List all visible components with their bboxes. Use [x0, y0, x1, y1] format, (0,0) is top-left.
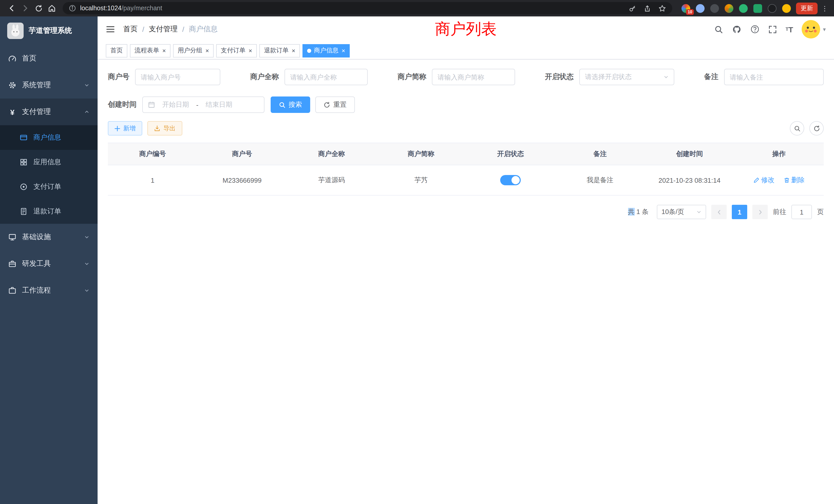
logo-avatar	[7, 23, 24, 39]
extension-avatar-icon[interactable]	[725, 4, 733, 13]
chevron-down-icon	[84, 288, 89, 293]
hamburger-icon[interactable]	[106, 25, 115, 33]
key-icon[interactable]	[629, 4, 636, 12]
sidebar-item-label: 商户信息	[34, 133, 61, 142]
address-bar[interactable]: localhost:1024/pay/merchant	[63, 2, 672, 14]
tab-user-group[interactable]: 用户分组×	[173, 44, 214, 57]
extension-palette-icon[interactable]: 10	[681, 4, 690, 13]
pay-order-icon	[20, 183, 28, 191]
fullscreen-icon[interactable]	[768, 25, 777, 33]
tab-process-form[interactable]: 流程表单×	[130, 44, 171, 57]
info-icon[interactable]	[69, 5, 76, 12]
reset-button[interactable]: 重置	[315, 96, 355, 113]
column-header: 备注	[555, 143, 645, 165]
merchant-no-input[interactable]	[135, 69, 220, 85]
cell-merchant-id: 1	[108, 165, 197, 195]
chevron-down-icon	[84, 234, 89, 240]
extension-green-square-icon[interactable]	[753, 4, 762, 13]
page-number-1[interactable]: 1	[732, 205, 747, 219]
extension-dark-circle-icon[interactable]	[710, 4, 719, 13]
payment-submenu: 商户信息 应用信息 支付订单	[0, 125, 97, 224]
close-icon[interactable]: ×	[162, 47, 166, 54]
add-button[interactable]: 新增	[108, 121, 142, 136]
column-header: 商户全称	[287, 143, 376, 165]
search-icon[interactable]	[714, 25, 723, 33]
select-placeholder: 请选择开启状态	[585, 72, 632, 82]
breadcrumb-item[interactable]: 支付管理	[149, 25, 178, 34]
breadcrumb: 首页 / 支付管理 / 商户信息	[123, 25, 218, 34]
sidebar-item-label: 支付订单	[34, 182, 61, 191]
extension-green-circle-icon[interactable]	[739, 4, 748, 13]
close-icon[interactable]: ×	[292, 47, 295, 54]
close-icon[interactable]: ×	[342, 47, 345, 54]
url-host: localhost:1024	[80, 5, 122, 12]
back-icon[interactable]	[5, 2, 19, 15]
extension-emoji-icon[interactable]	[782, 4, 791, 13]
refresh-table-icon[interactable]	[809, 121, 824, 136]
reload-icon[interactable]	[32, 2, 45, 15]
star-icon[interactable]	[658, 4, 666, 12]
chevron-down-icon	[84, 83, 89, 88]
annotation-merchant-list: 商户列表	[435, 19, 497, 40]
sidebar-item-label: 系统管理	[22, 81, 51, 90]
cell-merchant-no: M233666999	[197, 165, 287, 195]
search-button[interactable]: 搜索	[271, 96, 310, 113]
github-icon[interactable]	[732, 24, 742, 34]
prev-page-button[interactable]	[711, 205, 727, 219]
user-avatar[interactable]: ▾	[802, 20, 826, 39]
full-name-input[interactable]	[285, 69, 368, 85]
create-time-range-picker[interactable]: 开始日期 - 结束日期	[142, 96, 264, 113]
kebab-menu-icon[interactable]: ⋮	[821, 4, 829, 12]
sidebar-item-workflow[interactable]: 工作流程	[0, 277, 97, 304]
yen-icon: ¥	[8, 108, 17, 116]
sidebar-item-infrastructure[interactable]: 基础设施	[0, 224, 97, 250]
tab-refund-order[interactable]: 退款订单×	[259, 44, 300, 57]
delete-button[interactable]: 删除	[784, 176, 805, 185]
export-button[interactable]: 导出	[147, 121, 182, 136]
sidebar-item-merchant-info[interactable]: 商户信息	[0, 125, 97, 150]
dev-tools-icon	[8, 260, 17, 268]
cell-remark: 我是备注	[555, 165, 645, 195]
question-icon[interactable]	[750, 25, 760, 34]
close-icon[interactable]: ×	[205, 47, 209, 54]
filter-label: 备注	[704, 72, 719, 82]
forward-icon[interactable]	[19, 2, 32, 15]
goto-page-input[interactable]	[791, 205, 812, 219]
extension-knot-icon[interactable]	[768, 4, 776, 13]
merchant-card-icon	[20, 134, 28, 142]
column-header: 开启状态	[466, 143, 555, 165]
sidebar-item-pay-order[interactable]: 支付订单	[0, 175, 97, 199]
next-page-button[interactable]	[752, 205, 768, 219]
sidebar-item-label: 基础设施	[22, 232, 51, 242]
sidebar-item-payment[interactable]: ¥ 支付管理	[0, 98, 97, 125]
sidebar-item-app-info[interactable]: 应用信息	[0, 150, 97, 175]
page-size-select[interactable]: 10条/页	[657, 205, 706, 219]
tab-merchant-info[interactable]: 商户信息×	[303, 44, 350, 57]
font-size-icon[interactable]: TT	[786, 25, 793, 33]
status-toggle[interactable]	[500, 175, 521, 185]
remark-input[interactable]	[724, 69, 824, 85]
close-icon[interactable]: ×	[248, 47, 252, 54]
browser-chrome: localhost:1024/pay/merchant 10	[0, 0, 834, 17]
share-icon[interactable]	[643, 4, 651, 12]
edit-button[interactable]: 修改	[753, 176, 774, 185]
short-name-input[interactable]	[432, 69, 515, 85]
chevron-down-icon	[84, 261, 89, 266]
status-select[interactable]: 请选择开启状态	[579, 69, 674, 85]
tab-home[interactable]: 首页	[106, 44, 127, 57]
browser-update-button[interactable]: 更新	[796, 2, 817, 14]
sidebar-item-home[interactable]: 首页	[0, 45, 97, 72]
navbar: 首页 / 支付管理 / 商户信息 商户列表	[97, 17, 834, 42]
extension-drop-icon[interactable]	[696, 4, 705, 13]
sidebar-item-refund-order[interactable]: 退款订单	[0, 199, 97, 224]
chevron-down-icon	[663, 74, 668, 79]
toggle-search-icon[interactable]	[790, 121, 804, 136]
sidebar-item-system[interactable]: 系统管理	[0, 72, 97, 98]
sidebar-logo[interactable]: 芋道管理系统	[0, 17, 97, 45]
sidebar-item-dev-tools[interactable]: 研发工具	[0, 250, 97, 277]
table-header-row: 商户编号 商户号 商户全称 商户简称 开启状态 备注 创建时间 操作	[108, 143, 824, 165]
home-icon[interactable]	[45, 2, 59, 15]
filter-row-1: 商户号 商户全称 商户简称 开启状态 请选择开启状态	[108, 69, 824, 85]
breadcrumb-item[interactable]: 首页	[123, 25, 138, 34]
tab-pay-order[interactable]: 支付订单×	[216, 44, 257, 57]
